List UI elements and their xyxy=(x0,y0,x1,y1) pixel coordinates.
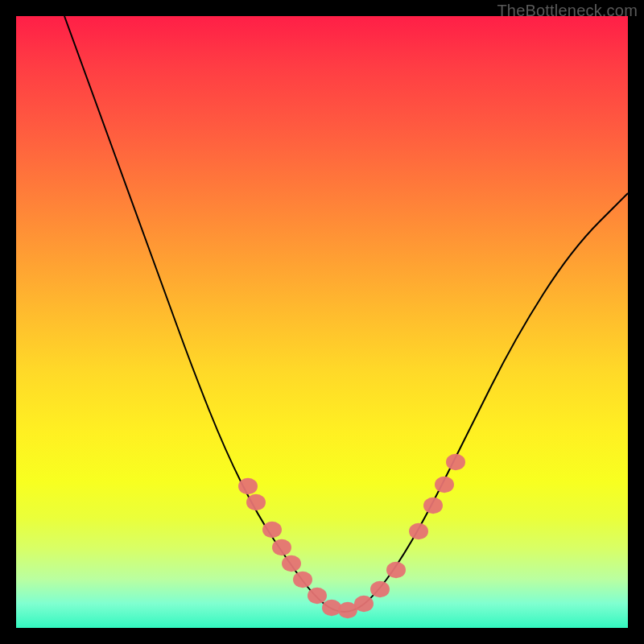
attribution-label: TheBottleneck.com xyxy=(497,2,638,20)
bead-point xyxy=(262,522,282,538)
bead-point xyxy=(435,477,454,493)
bead-point xyxy=(238,478,258,494)
bead-point xyxy=(246,494,266,510)
bead-point xyxy=(272,539,291,555)
bead-point xyxy=(446,454,465,470)
bead-point xyxy=(322,600,341,616)
bead-point xyxy=(308,588,327,604)
bead-point xyxy=(282,555,301,572)
bead-point xyxy=(409,523,428,539)
chart-svg xyxy=(16,16,628,628)
bead-point xyxy=(354,596,374,612)
bead-point xyxy=(293,572,312,588)
main-curve xyxy=(64,16,628,612)
beads-group xyxy=(238,454,465,618)
bead-point xyxy=(370,581,390,597)
bead-point xyxy=(423,497,443,514)
chart-frame xyxy=(16,16,628,628)
bead-point xyxy=(386,562,406,578)
